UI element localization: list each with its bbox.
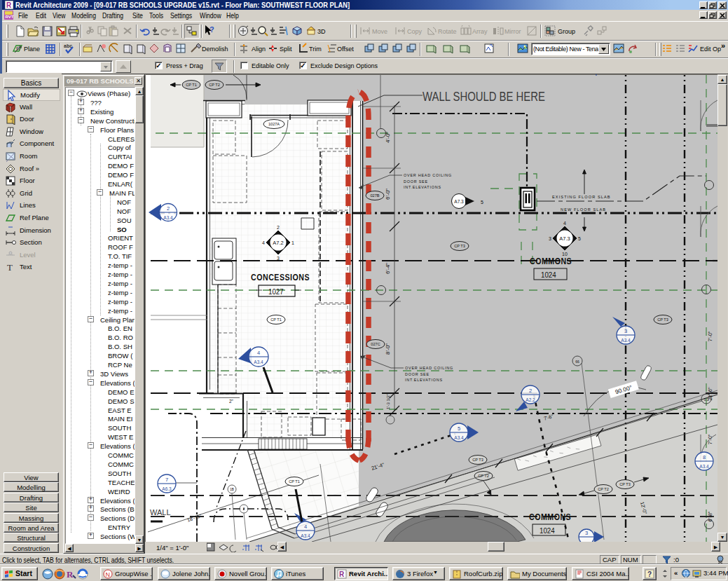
svg-text:A3.4: A3.4: [699, 464, 709, 469]
svg-text:A3.4: A3.4: [621, 338, 631, 343]
svg-text:R: R: [6, 1, 12, 9]
svg-text:2": 2": [229, 399, 234, 404]
svg-text:6'-8": 6'-8": [707, 511, 713, 521]
svg-text:2: 2: [167, 205, 170, 212]
svg-text:INT.ELEVATIONS: INT.ELEVATIONS: [404, 185, 441, 189]
svg-text:OVER HEAD COILING: OVER HEAD COILING: [405, 366, 453, 370]
svg-text:1: 1: [291, 240, 294, 245]
svg-text:DOOR SEE: DOOR SEE: [404, 179, 428, 184]
svg-text:2: 2: [277, 225, 280, 230]
svg-text:CONCESSIONS: CONCESSIONS: [251, 272, 310, 282]
svg-text:CP T3: CP T3: [619, 482, 631, 486]
svg-text:A3.4: A3.4: [254, 360, 263, 364]
svg-text:T: T: [7, 262, 13, 273]
svg-text:CP T1: CP T1: [289, 479, 300, 484]
svg-text:A3.4: A3.4: [163, 215, 173, 220]
svg-text:CP T2: CP T2: [598, 487, 609, 491]
svg-text:CP T2: CP T2: [478, 474, 489, 478]
svg-text:R: R: [16, 46, 20, 52]
svg-text:1027: 1027: [268, 287, 284, 296]
svg-text:A7.3: A7.3: [454, 199, 464, 204]
svg-text:7'-0": 7'-0": [707, 434, 713, 444]
svg-text:8'-0": 8'-0": [385, 343, 391, 355]
svg-text:3: 3: [585, 530, 588, 536]
svg-text:COMMONS: COMMONS: [530, 256, 572, 266]
svg-text:INT.ELEVATIONS: INT.ELEVATIONS: [405, 378, 443, 382]
svg-text:66: 66: [575, 360, 579, 364]
svg-text:1027A: 1027A: [268, 122, 280, 126]
svg-text:?: ?: [647, 570, 652, 578]
svg-text:7: 7: [165, 477, 168, 483]
svg-text:WALL: WALL: [150, 508, 171, 517]
svg-text:1024: 1024: [540, 526, 555, 535]
svg-text:CP T1: CP T1: [270, 317, 282, 322]
svg-text:R: R: [67, 569, 74, 580]
svg-text:027B: 027B: [370, 193, 379, 198]
svg-text:1024: 1024: [541, 270, 556, 279]
svg-text:A6.3: A6.3: [162, 486, 172, 491]
svg-text:A7.2: A7.2: [273, 240, 283, 246]
svg-text:2: 2: [529, 388, 532, 394]
svg-text:21'-6": 21'-6": [707, 387, 713, 400]
svg-text:CP T1: CP T1: [186, 83, 197, 87]
svg-text:6'-4": 6'-4": [385, 263, 391, 274]
svg-text:6'-0": 6'-0": [385, 189, 391, 200]
svg-text:WALL SHOULD BE HERE: WALL SHOULD BE HERE: [423, 90, 545, 103]
svg-text:5: 5: [458, 425, 460, 432]
svg-text:RVT: RVT: [6, 15, 14, 19]
svg-text:3: 3: [277, 256, 280, 261]
svg-text:10: 10: [562, 252, 568, 257]
svg-text:5: 5: [578, 236, 581, 241]
svg-text:4: 4: [563, 221, 566, 226]
svg-text:?: ?: [210, 25, 214, 34]
svg-text:EXISTING FLOOR SLAB: EXISTING FLOOR SLAB: [552, 195, 611, 199]
svg-text:8: 8: [703, 454, 706, 460]
svg-text:COMMONS: COMMONS: [529, 512, 571, 521]
svg-text:4: 4: [257, 350, 260, 356]
svg-text:OVER HEAD COILING: OVER HEAD COILING: [404, 173, 452, 177]
svg-text:1B: 1B: [230, 488, 234, 491]
svg-text:CP T3: CP T3: [454, 244, 465, 248]
svg-text:CP T3: CP T3: [657, 317, 668, 322]
svg-text:A2.2: A2.2: [526, 397, 535, 402]
svg-text:1'-3 1/2": 1'-3 1/2": [386, 394, 390, 409]
svg-text:A3.4: A3.4: [454, 435, 464, 440]
svg-text:4: 4: [262, 240, 265, 245]
svg-text:DOOR SEE: DOOR SEE: [405, 372, 430, 376]
svg-text:027C: 027C: [371, 342, 380, 346]
svg-text:A3.4: A3.4: [301, 533, 310, 538]
svg-text:CP T3: CP T3: [472, 458, 483, 462]
svg-text:7'-0": 7'-0": [707, 331, 713, 341]
svg-text:5: 5: [481, 200, 483, 205]
svg-text:NEW FLOOR SLAB: NEW FLOOR SLAB: [561, 207, 606, 212]
svg-text:N: N: [106, 571, 111, 578]
svg-text:3: 3: [549, 236, 551, 241]
svg-text:4: 4: [304, 524, 307, 530]
svg-text:abc: abc: [64, 43, 72, 48]
svg-text:CP T2: CP T2: [209, 83, 220, 87]
svg-text:3: 3: [624, 328, 627, 334]
svg-text:R: R: [339, 570, 345, 578]
svg-text:A7.3: A7.3: [559, 235, 570, 242]
